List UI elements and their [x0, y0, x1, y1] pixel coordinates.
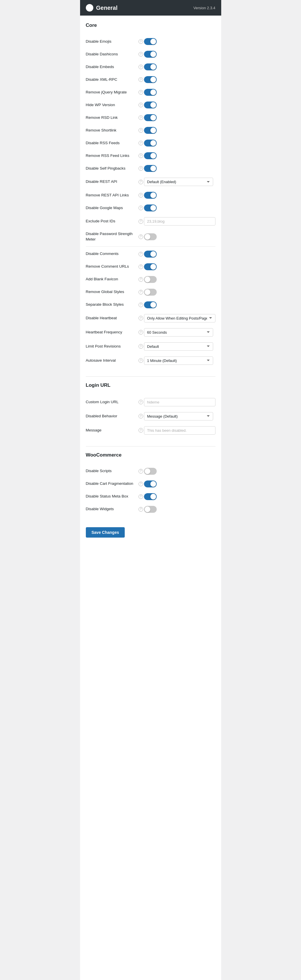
toggle-disable-google-maps[interactable] [144, 204, 157, 212]
toggle-disable-self-pingbacks[interactable] [144, 165, 157, 172]
control-remove-global-styles [144, 289, 215, 296]
control-remove-rest-api-links [144, 192, 215, 199]
help-icon-autosave-interval[interactable]: ? [139, 358, 143, 363]
help-icon-disable-widgets[interactable]: ? [139, 507, 143, 512]
help-icon-custom-login-url[interactable]: ? [139, 400, 143, 404]
toggle-disable-dashicons[interactable] [144, 51, 157, 58]
help-icon-remove-rest-api-links[interactable]: ? [139, 193, 143, 197]
help-icon-remove-global-styles[interactable]: ? [139, 290, 143, 294]
label-remove-comment-urls: Remove Comment URLs [86, 264, 138, 269]
setting-row-disable-dashicons: Disable Dashicons? [86, 48, 215, 60]
setting-row-disable-password-strength-meter: Disable Password Strength Meter? [86, 228, 215, 245]
label-disable-self-pingbacks: Disable Self Pingbacks [86, 166, 138, 171]
setting-row-disable-xml-rpc: Disable XML-RPC? [86, 73, 215, 86]
help-icon-disable-emojis[interactable]: ? [139, 39, 143, 44]
login-url-section-title: Login URL [86, 382, 215, 390]
setting-row-disable-cart-fragmentation: Disable Cart Fragmentation? [86, 477, 215, 490]
help-icon-disable-embeds[interactable]: ? [139, 65, 143, 69]
select-limit-post-revisions[interactable]: Default12510Disable [144, 342, 213, 351]
toggle-remove-rss-feed-links[interactable] [144, 152, 157, 159]
save-changes-button[interactable]: Save Changes [86, 527, 125, 538]
label-disable-comments: Disable Comments [86, 251, 138, 257]
toggle-disable-widgets[interactable] [144, 506, 157, 513]
control-remove-rsd-link [144, 114, 215, 121]
help-icon-add-blank-favicon[interactable]: ? [139, 277, 143, 282]
input-message[interactable] [144, 426, 215, 434]
help-icon-disable-self-pingbacks[interactable]: ? [139, 166, 143, 171]
label-disable-password-strength-meter: Disable Password Strength Meter [86, 231, 138, 242]
toggle-remove-rsd-link[interactable] [144, 114, 157, 121]
toggle-disable-embeds[interactable] [144, 64, 157, 70]
help-icon-disable-rest-api[interactable]: ? [139, 180, 143, 184]
help-icon-disable-scripts[interactable]: ? [139, 469, 143, 474]
control-add-blank-favicon [144, 276, 215, 283]
select-disabled-behavior[interactable]: Message (Default)404Redirect [144, 412, 213, 420]
label-disable-status-meta-box: Disable Status Meta Box [86, 494, 138, 499]
help-icon-disabled-behavior[interactable]: ? [139, 414, 143, 418]
setting-row-disable-self-pingbacks: Disable Self Pingbacks? [86, 162, 215, 175]
input-custom-login-url[interactable] [144, 398, 215, 406]
control-disable-widgets [144, 506, 215, 513]
toggle-remove-jquery-migrate[interactable] [144, 89, 157, 96]
select-autosave-interval[interactable]: 1 Minute (Default)2 Minutes5 Minutes10 M… [144, 356, 213, 365]
control-disable-scripts [144, 468, 215, 475]
help-icon-hide-wp-version[interactable]: ? [139, 103, 143, 107]
label-exclude-post-ids: Exclude Post IDs [86, 219, 138, 224]
setting-row-disable-google-maps: Disable Google Maps? [86, 202, 215, 214]
toggle-disable-rss-feeds[interactable] [144, 140, 157, 146]
toggle-separate-block-styles[interactable] [144, 301, 157, 308]
select-disable-heartbeat[interactable]: Default (Enabled)Disable EverywhereOnly … [144, 314, 215, 323]
control-disable-status-meta-box [144, 493, 215, 500]
help-icon-remove-jquery-migrate[interactable]: ? [139, 90, 143, 95]
label-disable-rest-api: Disable REST API [86, 179, 138, 185]
control-disable-rest-api: Default (Enabled)Disabled for Non-Admins… [144, 178, 215, 186]
label-hide-wp-version: Hide WP Version [86, 102, 138, 108]
help-icon-disable-status-meta-box[interactable]: ? [139, 494, 143, 499]
help-icon-message[interactable]: ? [139, 428, 143, 433]
label-add-blank-favicon: Add Blank Favicon [86, 277, 138, 282]
help-icon-disable-comments[interactable]: ? [139, 252, 143, 256]
help-icon-disable-password-strength-meter[interactable]: ? [139, 234, 143, 239]
toggle-disable-comments[interactable] [144, 251, 157, 258]
toggle-hide-wp-version[interactable] [144, 102, 157, 108]
label-remove-shortlink: Remove Shortlink [86, 128, 138, 133]
toggle-disable-password-strength-meter[interactable] [144, 233, 157, 240]
help-icon-separate-block-styles[interactable]: ? [139, 302, 143, 307]
toggle-disable-emojis[interactable] [144, 38, 157, 45]
help-icon-heartbeat-frequency[interactable]: ? [139, 330, 143, 334]
help-icon-remove-shortlink[interactable]: ? [139, 128, 143, 133]
select-heartbeat-frequency[interactable]: 30 Seconds60 Seconds120 Seconds [144, 328, 213, 337]
help-icon-disable-xml-rpc[interactable]: ? [139, 77, 143, 82]
toggle-remove-global-styles[interactable] [144, 289, 157, 296]
help-icon-remove-rsd-link[interactable]: ? [139, 115, 143, 120]
toggle-remove-shortlink[interactable] [144, 127, 157, 134]
toggle-disable-status-meta-box[interactable] [144, 493, 157, 500]
control-disable-emojis [144, 38, 215, 45]
help-icon-disable-cart-fragmentation[interactable]: ? [139, 482, 143, 486]
control-remove-shortlink [144, 127, 215, 134]
control-limit-post-revisions: Default12510Disable [144, 342, 215, 351]
label-disable-scripts: Disable Scripts [86, 468, 138, 474]
help-icon-remove-rss-feed-links[interactable]: ? [139, 153, 143, 158]
label-disable-xml-rpc: Disable XML-RPC [86, 77, 138, 83]
label-custom-login-url: Custom Login URL [86, 399, 138, 405]
label-remove-rss-feed-links: Remove RSS Feed Links [86, 153, 138, 159]
help-icon-limit-post-revisions[interactable]: ? [139, 344, 143, 349]
setting-row-heartbeat-frequency: Heartbeat Frequency?30 Seconds60 Seconds… [86, 325, 215, 339]
toggle-remove-rest-api-links[interactable] [144, 192, 157, 199]
input-exclude-post-ids[interactable] [144, 217, 215, 226]
toggle-remove-comment-urls[interactable] [144, 263, 157, 270]
toggle-add-blank-favicon[interactable] [144, 276, 157, 283]
toggle-disable-scripts[interactable] [144, 468, 157, 475]
help-icon-exclude-post-ids[interactable]: ? [139, 219, 143, 224]
label-disable-widgets: Disable Widgets [86, 506, 138, 512]
toggle-disable-cart-fragmentation[interactable] [144, 480, 157, 487]
help-icon-disable-google-maps[interactable]: ? [139, 206, 143, 210]
select-disable-rest-api[interactable]: Default (Enabled)Disabled for Non-Admins… [144, 178, 213, 186]
help-icon-remove-comment-urls[interactable]: ? [139, 264, 143, 269]
help-icon-disable-dashicons[interactable]: ? [139, 52, 143, 57]
toggle-disable-xml-rpc[interactable] [144, 76, 157, 83]
help-icon-disable-heartbeat[interactable]: ? [139, 316, 143, 320]
login-url-section: Login URL Custom Login URL?Disabled Beha… [86, 382, 215, 438]
help-icon-disable-rss-feeds[interactable]: ? [139, 141, 143, 145]
